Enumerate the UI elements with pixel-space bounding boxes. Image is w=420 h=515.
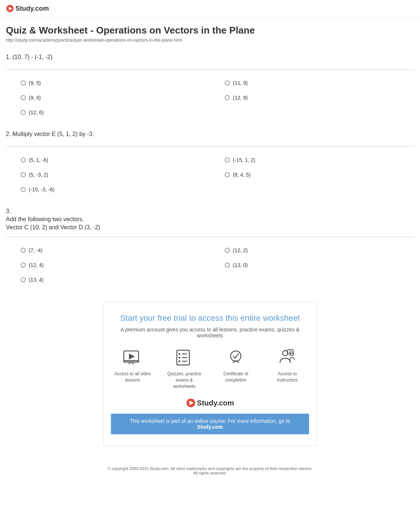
answer-1a-text: (9, 5) — [29, 80, 41, 86]
site-header: Study.com — [0, 0, 420, 17]
list-icon — [174, 347, 195, 368]
feature-video: Access to all video lessons — [114, 347, 151, 389]
footer: © copyright 2003-2015 Study.com. All oth… — [6, 460, 414, 481]
radio-1b[interactable] — [225, 80, 230, 86]
answer-1e-text: (12, 6) — [29, 109, 43, 115]
feature-certificate-label: Certificate of completion — [217, 371, 254, 383]
question-1-text: 1. (10, 7) - (-1, -2) — [6, 54, 414, 63]
question-3-divider — [6, 237, 414, 237]
answer-1d[interactable]: (12, 9) — [210, 90, 414, 105]
question-1: 1. (10, 7) - (-1, -2) (9, 5) (11, 9) (9,… — [6, 54, 414, 120]
answer-2e-text: (-15, -3, -6) — [29, 187, 55, 192]
radio-1a[interactable] — [21, 80, 26, 86]
certificate-icon-container — [225, 347, 246, 368]
radio-3c[interactable] — [21, 262, 26, 268]
answer-1b-text: (11, 9) — [233, 80, 248, 86]
svg-marker-6 — [129, 354, 135, 359]
logo[interactable]: Study.com — [6, 4, 414, 13]
answer-2d-text: (8, 4, 5) — [233, 172, 251, 178]
radio-2d[interactable] — [225, 172, 230, 177]
radio-1c[interactable] — [21, 95, 26, 100]
question-3-line2: Add the following two vectors. — [6, 216, 414, 223]
footer-rights: All rights reserved. — [12, 471, 408, 475]
radio-2a[interactable] — [21, 157, 26, 163]
question-1-divider — [6, 69, 414, 70]
answer-3c[interactable]: (12, 4) — [6, 258, 210, 272]
answer-1d-text: (12, 9) — [233, 95, 248, 101]
study-logo-icon — [6, 4, 14, 13]
answer-2b-text: (-15, 1, 2) — [233, 157, 255, 163]
question-2-divider — [6, 146, 414, 147]
radio-1d[interactable] — [225, 95, 230, 100]
svg-point-9 — [179, 357, 181, 359]
answer-1c[interactable]: (9, 9) — [6, 90, 210, 105]
cta-link[interactable]: Study.com — [197, 424, 223, 430]
question-2-text: 2. Multiply vector E (5, 1, 2) by -3. — [6, 131, 414, 140]
feature-quizzes: Quizzes, practice exams & worksheets — [166, 347, 203, 389]
answer-1b[interactable]: (11, 9) — [210, 76, 414, 90]
instructors-icon — [277, 347, 298, 368]
page-url: http://study.com/academy/practice/quiz-w… — [6, 38, 414, 43]
radio-2e[interactable] — [21, 187, 26, 192]
video-icon — [122, 347, 143, 368]
page-title: Quiz & Worksheet - Operations on Vectors… — [6, 25, 414, 36]
answer-3b[interactable]: (12, 2) — [210, 243, 414, 258]
answer-2d[interactable]: (8, 4, 5) — [210, 167, 414, 182]
answer-1e[interactable]: (12, 6) — [6, 105, 210, 120]
radio-2b[interactable] — [225, 157, 230, 163]
answer-3d-text: (13, 0) — [233, 262, 248, 268]
radio-3e[interactable] — [21, 277, 26, 282]
answer-1c-text: (9, 9) — [29, 95, 41, 101]
question-3-line3: Vector C (10, 2) and Vector D (3, -2) — [6, 224, 414, 231]
quizzes-icon-container — [174, 347, 195, 368]
promo-logo-text: Study.com — [197, 399, 234, 407]
answer-3e[interactable]: (13, 4) — [6, 272, 210, 287]
answer-2b[interactable]: (-15, 1, 2) — [210, 153, 414, 167]
radio-3d[interactable] — [225, 262, 230, 268]
answer-3a[interactable]: (7, -4) — [6, 243, 210, 258]
answer-3e-text: (13, 4) — [29, 277, 43, 283]
svg-point-14 — [231, 351, 241, 361]
feature-instructors-label: Access to instructors — [269, 371, 306, 383]
feature-quizzes-label: Quizzes, practice exams & worksheets — [166, 371, 203, 389]
radio-3b[interactable] — [225, 248, 230, 253]
svg-point-8 — [179, 353, 181, 355]
logo-text: Study.com — [15, 5, 49, 13]
question-3-line1: 3. — [6, 208, 414, 215]
question-2: 2. Multiply vector E (5, 1, 2) by -3. (5… — [6, 131, 414, 197]
certificate-icon — [225, 347, 246, 368]
answer-3c-text: (12, 4) — [29, 262, 43, 268]
question-2-answers: (5, 1, -6) (-15, 1, 2) (5, -3, 2) (8, 4,… — [6, 153, 414, 197]
svg-point-17 — [283, 351, 288, 356]
answer-2a[interactable]: (5, 1, -6) — [6, 153, 210, 167]
answer-2c[interactable]: (5, -3, 2) — [6, 167, 210, 182]
footer-copyright: © copyright 2003-2015 Study.com. All oth… — [12, 466, 408, 471]
promo-subtitle: A premium account gives you access to al… — [111, 327, 309, 338]
question-3-answers: (7, -4) (12, 2) (12, 4) (13, 0) (13, 4) — [6, 243, 414, 287]
answer-2c-text: (5, -3, 2) — [29, 172, 48, 178]
main-content: Quiz & Worksheet - Operations on Vectors… — [0, 17, 420, 488]
answer-3b-text: (12, 2) — [233, 247, 248, 253]
answer-3d[interactable]: (13, 0) — [210, 258, 414, 272]
promo-title: Start your free trial to access this ent… — [111, 313, 309, 323]
feature-instructors: Access to instructors — [269, 347, 306, 389]
answer-2a-text: (5, 1, -6) — [29, 157, 48, 163]
question-1-answers: (9, 5) (11, 9) (9, 9) (12, 9) (12, 6) — [6, 76, 414, 120]
radio-1e[interactable] — [21, 110, 26, 115]
feature-certificate: Certificate of completion — [217, 347, 254, 389]
question-3: 3. Add the following two vectors. Vector… — [6, 208, 414, 287]
svg-point-10 — [179, 361, 181, 362]
instructors-icon-container — [277, 347, 298, 368]
video-icon-container — [122, 347, 143, 368]
features-grid: Access to all video lessons Quizzes, pr — [111, 347, 309, 389]
svg-rect-3 — [124, 361, 139, 362]
cta-text: This worksheet is part of an online cour… — [130, 418, 290, 424]
answer-2e[interactable]: (-15, -3, -6) — [6, 182, 210, 197]
promo-box: Start your free trial to access this ent… — [103, 302, 317, 446]
answer-1a[interactable]: (9, 5) — [6, 76, 210, 90]
radio-3a[interactable] — [21, 248, 26, 253]
cta-bar: This worksheet is part of an online cour… — [111, 414, 309, 434]
feature-video-label: Access to all video lessons — [114, 371, 151, 383]
radio-2c[interactable] — [21, 172, 26, 177]
promo-logo: Study.com — [111, 398, 309, 408]
